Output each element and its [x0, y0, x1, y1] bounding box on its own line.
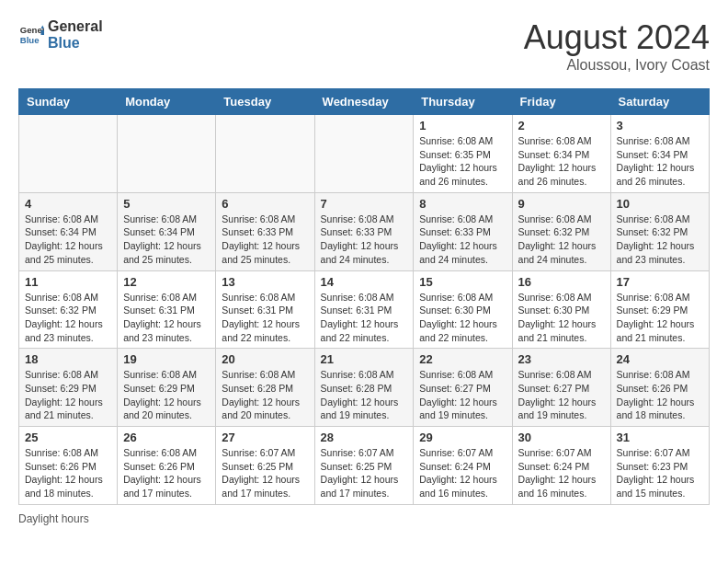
day-number: 23 [518, 352, 605, 366]
calendar-week-row: 25Sunrise: 6:08 AMSunset: 6:26 PMDayligh… [19, 427, 710, 505]
calendar-cell: 19Sunrise: 6:08 AMSunset: 6:29 PMDayligh… [118, 349, 216, 427]
day-number: 15 [419, 275, 506, 289]
calendar-cell [118, 115, 216, 193]
calendar-cell: 16Sunrise: 6:08 AMSunset: 6:30 PMDayligh… [512, 270, 610, 349]
calendar-header-row: Sunday Monday Tuesday Wednesday Thursday… [19, 89, 710, 115]
logo-general-text: General [48, 18, 103, 35]
calendar-cell: 22Sunrise: 6:08 AMSunset: 6:27 PMDayligh… [414, 349, 512, 427]
day-info: Sunrise: 6:08 AMSunset: 6:27 PMDaylight:… [518, 368, 605, 422]
day-info: Sunrise: 6:08 AMSunset: 6:27 PMDaylight:… [419, 368, 506, 422]
calendar-cell: 20Sunrise: 6:08 AMSunset: 6:28 PMDayligh… [216, 349, 314, 427]
calendar-cell: 10Sunrise: 6:08 AMSunset: 6:32 PMDayligh… [610, 192, 709, 270]
day-number: 27 [222, 431, 308, 444]
calendar-cell: 29Sunrise: 6:07 AMSunset: 6:24 PMDayligh… [414, 427, 512, 505]
calendar: Sunday Monday Tuesday Wednesday Thursday… [18, 88, 710, 505]
day-info: Sunrise: 6:07 AMSunset: 6:25 PMDaylight:… [321, 446, 408, 500]
logo: General Blue General Blue [18, 18, 103, 51]
calendar-cell: 30Sunrise: 6:07 AMSunset: 6:24 PMDayligh… [512, 427, 610, 505]
calendar-week-row: 11Sunrise: 6:08 AMSunset: 6:32 PMDayligh… [19, 270, 710, 349]
day-number: 14 [321, 275, 408, 289]
day-info: Sunrise: 6:07 AMSunset: 6:25 PMDaylight:… [222, 446, 308, 500]
day-number: 18 [25, 352, 111, 366]
calendar-cell: 13Sunrise: 6:08 AMSunset: 6:31 PMDayligh… [216, 270, 314, 349]
calendar-week-row: 1Sunrise: 6:08 AMSunset: 6:35 PMDaylight… [19, 115, 710, 193]
day-info: Sunrise: 6:07 AMSunset: 6:23 PMDaylight:… [617, 446, 703, 500]
col-saturday: Saturday [610, 89, 709, 115]
day-number: 20 [222, 352, 308, 366]
day-number: 9 [518, 197, 605, 211]
col-friday: Friday [512, 89, 610, 115]
daylight-note: Daylight hours [18, 512, 89, 525]
day-info: Sunrise: 6:08 AMSunset: 6:30 PMDaylight:… [419, 291, 506, 345]
calendar-cell [19, 115, 118, 193]
col-sunday: Sunday [19, 89, 118, 115]
day-number: 26 [123, 431, 210, 444]
day-number: 16 [518, 275, 605, 289]
day-info: Sunrise: 6:08 AMSunset: 6:35 PMDaylight:… [419, 134, 506, 189]
day-info: Sunrise: 6:08 AMSunset: 6:34 PMDaylight:… [25, 213, 111, 267]
calendar-cell: 2Sunrise: 6:08 AMSunset: 6:34 PMDaylight… [512, 115, 610, 193]
day-number: 24 [617, 352, 703, 366]
day-info: Sunrise: 6:08 AMSunset: 6:28 PMDaylight:… [321, 368, 408, 422]
calendar-cell: 3Sunrise: 6:08 AMSunset: 6:34 PMDaylight… [610, 115, 709, 193]
day-number: 29 [419, 431, 506, 444]
title-area: August 2024 Aloussou, Ivory Coast [524, 18, 710, 74]
day-number: 25 [25, 431, 111, 444]
day-number: 7 [321, 197, 408, 211]
day-number: 2 [518, 119, 605, 132]
day-number: 21 [321, 352, 408, 366]
calendar-cell: 18Sunrise: 6:08 AMSunset: 6:29 PMDayligh… [19, 349, 118, 427]
day-number: 22 [419, 352, 506, 366]
calendar-cell: 15Sunrise: 6:08 AMSunset: 6:30 PMDayligh… [414, 270, 512, 349]
calendar-cell: 4Sunrise: 6:08 AMSunset: 6:34 PMDaylight… [19, 192, 118, 270]
calendar-cell: 26Sunrise: 6:08 AMSunset: 6:26 PMDayligh… [118, 427, 216, 505]
calendar-cell: 14Sunrise: 6:08 AMSunset: 6:31 PMDayligh… [314, 270, 414, 349]
calendar-cell: 6Sunrise: 6:08 AMSunset: 6:33 PMDaylight… [216, 192, 314, 270]
calendar-cell: 12Sunrise: 6:08 AMSunset: 6:31 PMDayligh… [118, 270, 216, 349]
day-number: 10 [617, 197, 703, 211]
col-wednesday: Wednesday [314, 89, 414, 115]
day-info: Sunrise: 6:08 AMSunset: 6:32 PMDaylight:… [25, 291, 111, 345]
col-thursday: Thursday [414, 89, 512, 115]
calendar-cell: 8Sunrise: 6:08 AMSunset: 6:33 PMDaylight… [414, 192, 512, 270]
day-info: Sunrise: 6:08 AMSunset: 6:32 PMDaylight:… [518, 213, 605, 267]
logo-icon: General Blue [18, 22, 44, 48]
day-info: Sunrise: 6:08 AMSunset: 6:33 PMDaylight:… [222, 213, 308, 267]
day-info: Sunrise: 6:08 AMSunset: 6:29 PMDaylight:… [123, 368, 210, 422]
day-info: Sunrise: 6:07 AMSunset: 6:24 PMDaylight:… [419, 446, 506, 500]
day-info: Sunrise: 6:08 AMSunset: 6:31 PMDaylight:… [222, 291, 308, 345]
day-number: 28 [321, 431, 408, 444]
calendar-week-row: 4Sunrise: 6:08 AMSunset: 6:34 PMDaylight… [19, 192, 710, 270]
day-number: 12 [123, 275, 210, 289]
month-year: August 2024 [524, 18, 710, 57]
day-info: Sunrise: 6:07 AMSunset: 6:24 PMDaylight:… [518, 446, 605, 500]
day-info: Sunrise: 6:08 AMSunset: 6:28 PMDaylight:… [222, 368, 308, 422]
calendar-cell: 1Sunrise: 6:08 AMSunset: 6:35 PMDaylight… [414, 115, 512, 193]
day-info: Sunrise: 6:08 AMSunset: 6:29 PMDaylight:… [617, 291, 703, 345]
calendar-week-row: 18Sunrise: 6:08 AMSunset: 6:29 PMDayligh… [19, 349, 710, 427]
header: General Blue General Blue August 2024 Al… [18, 18, 710, 74]
day-info: Sunrise: 6:08 AMSunset: 6:29 PMDaylight:… [25, 368, 111, 422]
day-number: 3 [617, 119, 703, 132]
calendar-cell: 5Sunrise: 6:08 AMSunset: 6:34 PMDaylight… [118, 192, 216, 270]
day-number: 11 [25, 275, 111, 289]
svg-text:General: General [20, 25, 44, 35]
day-info: Sunrise: 6:08 AMSunset: 6:31 PMDaylight:… [123, 291, 210, 345]
day-info: Sunrise: 6:08 AMSunset: 6:33 PMDaylight:… [321, 213, 408, 267]
day-info: Sunrise: 6:08 AMSunset: 6:34 PMDaylight:… [617, 134, 703, 189]
calendar-cell: 11Sunrise: 6:08 AMSunset: 6:32 PMDayligh… [19, 270, 118, 349]
day-number: 31 [617, 431, 703, 444]
day-info: Sunrise: 6:08 AMSunset: 6:26 PMDaylight:… [617, 368, 703, 422]
day-info: Sunrise: 6:08 AMSunset: 6:30 PMDaylight:… [518, 291, 605, 345]
day-number: 6 [222, 197, 308, 211]
day-number: 30 [518, 431, 605, 444]
day-number: 5 [123, 197, 210, 211]
calendar-cell: 21Sunrise: 6:08 AMSunset: 6:28 PMDayligh… [314, 349, 414, 427]
footer-note: Daylight hours [18, 512, 710, 525]
day-info: Sunrise: 6:08 AMSunset: 6:33 PMDaylight:… [419, 213, 506, 267]
col-monday: Monday [118, 89, 216, 115]
day-info: Sunrise: 6:08 AMSunset: 6:34 PMDaylight:… [123, 213, 210, 267]
day-number: 19 [123, 352, 210, 366]
calendar-cell: 24Sunrise: 6:08 AMSunset: 6:26 PMDayligh… [610, 349, 709, 427]
day-info: Sunrise: 6:08 AMSunset: 6:34 PMDaylight:… [518, 134, 605, 189]
